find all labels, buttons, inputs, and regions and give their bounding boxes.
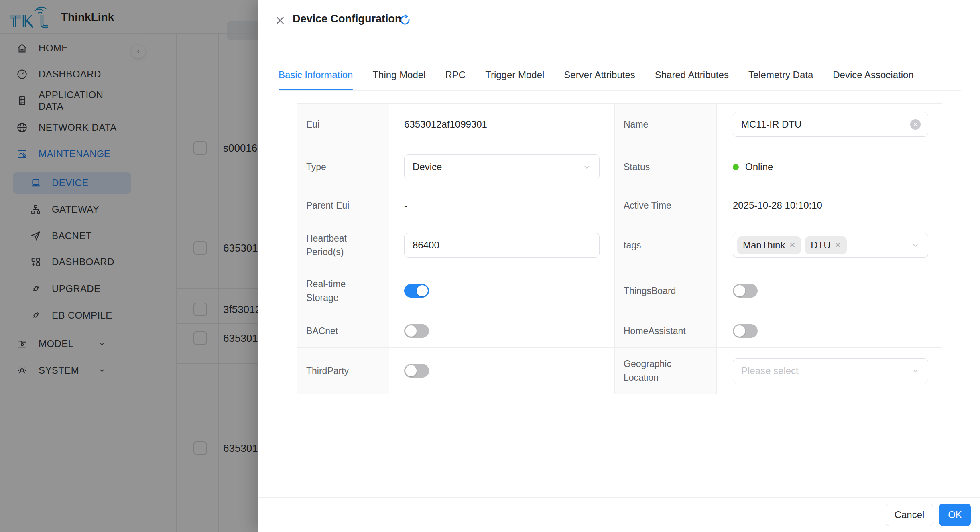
tab-rpc[interactable]: RPC [445,69,466,81]
chevron-down-icon [911,366,920,375]
tab-basic-information[interactable]: Basic Information [279,69,353,81]
chevron-down-icon [582,162,591,171]
active-time-value: 2025-10-28 10:10:10 [717,189,942,222]
tag-chip: ManThink ✕ [737,236,801,254]
type-select[interactable]: Device [404,154,600,179]
tab-telemetry-data[interactable]: Telemetry Data [748,69,813,81]
geographic-location-select[interactable]: Please select [733,358,928,383]
heartbeat-input-value: 86400 [413,240,439,251]
bacnet-label: BACnet [297,314,389,348]
online-status-dot [733,164,739,170]
drawer-title: Device Configuration [293,13,402,25]
screen: ThinkLink HOME DASHBOARD APPLICATION DAT… [0,0,980,532]
device-configuration-drawer: Device Configuration Basic Information T… [258,0,980,532]
parent-eui-label: Parent Eui [297,189,389,222]
heartbeat-label: Heartbeat Period(s) [297,222,389,268]
homeassistant-label: HomeAssistant [615,314,717,348]
tag-chip-label: ManThink [743,240,785,251]
tag-chip: DTU ✕ [805,236,846,254]
tag-remove-icon[interactable]: ✕ [789,240,795,250]
refresh-icon[interactable] [399,14,411,26]
active-time-label: Active Time [615,189,717,222]
realtime-storage-label: Real-time Storage [297,268,389,314]
clear-circle-icon[interactable]: ✕ [910,119,921,130]
name-input[interactable]: MC11-IR DTU ✕ [733,112,928,137]
drawer-header: Device Configuration [258,0,980,43]
drawer-footer: Cancel OK [258,497,980,532]
ok-button[interactable]: OK [939,504,971,526]
tag-remove-icon[interactable]: ✕ [835,240,841,250]
tab-shared-attributes[interactable]: Shared Attributes [655,69,729,81]
status-text: Online [745,161,773,173]
thirdparty-label: ThirdParty [297,348,389,394]
geographic-location-placeholder: Please select [741,365,799,376]
chevron-down-icon [911,241,920,250]
tags-label: tags [615,222,717,268]
close-icon[interactable] [273,14,287,27]
tab-device-association[interactable]: Device Association [833,69,913,81]
drawer-tabs: Basic Information Thing Model RPC Trigge… [279,59,961,91]
status-label: Status [615,145,717,189]
device-form-table: Eui 6353012af1099301 Name MC11-IR DTU ✕ … [297,103,942,394]
cancel-button[interactable]: Cancel [886,504,933,526]
bacnet-toggle[interactable] [404,324,429,338]
tab-server-attributes[interactable]: Server Attributes [564,69,635,81]
tags-multiselect[interactable]: ManThink ✕ DTU ✕ [733,233,928,258]
thingsboard-label: ThingsBoard [615,268,717,314]
name-label: Name [615,104,717,145]
type-label: Type [297,145,389,189]
tab-thing-model[interactable]: Thing Model [372,69,425,81]
name-input-value: MC11-IR DTU [741,119,801,130]
geographic-location-label: Geographic Location [615,348,717,394]
tag-chip-label: DTU [811,240,830,251]
thirdparty-toggle[interactable] [404,364,429,378]
realtime-storage-toggle[interactable] [404,284,429,298]
homeassistant-toggle[interactable] [733,324,758,338]
type-select-value: Device [413,161,442,173]
status-value: Online [733,161,773,173]
eui-label: Eui [297,104,389,145]
heartbeat-input[interactable]: 86400 [404,233,600,258]
parent-eui-value: - [389,189,615,222]
tab-trigger-model[interactable]: Trigger Model [485,69,544,81]
eui-value: 6353012af1099301 [389,104,615,145]
thingsboard-toggle[interactable] [733,284,758,298]
